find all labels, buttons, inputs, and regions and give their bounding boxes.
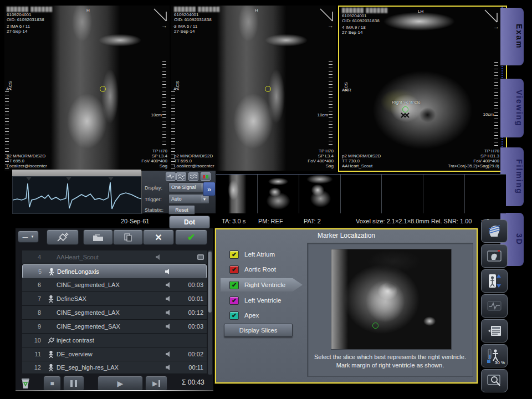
marker-left-atrium[interactable]: ✔ Left Atrium bbox=[229, 248, 275, 260]
tab-exam[interactable]: Exam bbox=[500, 8, 524, 65]
marker-checkbox-1[interactable]: ✔ bbox=[229, 265, 239, 274]
physio-signal-button[interactable] bbox=[481, 294, 508, 318]
pan-arrow-icon[interactable]: → bbox=[493, 24, 499, 29]
marker-reference-image[interactable] bbox=[331, 249, 452, 350]
sar-value: 30 % bbox=[495, 360, 505, 365]
skip-end-icon: ▶ bbox=[152, 380, 157, 387]
viewport-scout-selected[interactable]: ██████ ██████ 6109204001 OID: 6109203183… bbox=[338, 6, 507, 172]
pan-arrow-icon[interactable]: → bbox=[328, 23, 334, 28]
recycle-bin-icon bbox=[20, 377, 31, 389]
scrollbar-thumb[interactable] bbox=[208, 252, 212, 313]
row-number: 10 bbox=[22, 337, 41, 344]
protocol-row[interactable]: 9 CINE_segmented_SAX 00:03 bbox=[22, 320, 207, 334]
protocol-scrollbar[interactable] bbox=[208, 250, 212, 375]
signal-status-button[interactable] bbox=[201, 172, 211, 181]
play-button[interactable]: ▶ bbox=[98, 376, 143, 391]
study-id: 6109204001 bbox=[7, 12, 32, 17]
isocenter-marker[interactable] bbox=[100, 86, 106, 92]
marker-apex[interactable]: ✔ Apex bbox=[229, 309, 259, 321]
dialog-instructions: Select the slice which best represents t… bbox=[310, 353, 470, 370]
thumbnail-short-axis[interactable] bbox=[299, 175, 341, 213]
browse-images-button[interactable] bbox=[481, 369, 508, 392]
thumbnail-sagittal[interactable] bbox=[216, 175, 258, 213]
recycle-bin-button[interactable] bbox=[18, 376, 33, 390]
scale-label: 10cm bbox=[151, 112, 162, 117]
one-signal-icon-button[interactable] bbox=[166, 172, 176, 181]
patient-name-blurred: ██████ ██████ bbox=[342, 8, 388, 13]
copy-protocol-button[interactable] bbox=[113, 229, 143, 245]
page-copy-icon bbox=[124, 233, 132, 242]
oid: OID: 61092031838 bbox=[174, 17, 212, 22]
pause-icon bbox=[70, 380, 73, 387]
inject-contrast-button[interactable] bbox=[47, 229, 79, 245]
plane-value: Sag bbox=[160, 163, 167, 168]
scale-ruler bbox=[494, 62, 498, 148]
pat-value: PAT: 2 bbox=[304, 218, 321, 224]
orientation-bottom: A bbox=[6, 86, 9, 91]
tab-viewing[interactable]: Viewing bbox=[500, 79, 524, 137]
confirm-button[interactable]: ✔ bbox=[175, 229, 207, 245]
viewport-sagittal-1[interactable]: ██████ ██████ 6109204001 OID: 6109203183… bbox=[4, 6, 170, 171]
expand-panel-button[interactable]: » bbox=[203, 182, 216, 196]
panel-bottom-highlight bbox=[16, 390, 213, 391]
protocol-row[interactable]: 10 inject contrast bbox=[22, 334, 207, 347]
ecg-trace bbox=[13, 177, 142, 213]
display-slices-button[interactable]: Display Slices bbox=[224, 324, 293, 337]
protocol-row-selected[interactable]: 5 DefineLongaxis bbox=[22, 264, 207, 279]
mri-image-scout bbox=[339, 7, 506, 171]
marker-left-ventricle[interactable]: ✔ Left Ventricle bbox=[229, 294, 281, 306]
marker-label: Left Ventricle bbox=[244, 297, 281, 304]
marker-checkbox-3[interactable]: ✔ bbox=[229, 296, 239, 305]
speaker-icon bbox=[165, 310, 172, 315]
marker-checkbox-2[interactable]: ✔ bbox=[229, 281, 239, 289]
pan-arrow-left-icon[interactable]: → bbox=[172, 23, 178, 28]
slice-position-button[interactable] bbox=[481, 219, 508, 243]
protocol-row[interactable]: 12 DE_seg_high-res_LAX 00:11 bbox=[22, 361, 207, 374]
sp-value: SP L3.4 bbox=[318, 154, 334, 158]
cancel-button[interactable]: ✕ bbox=[143, 229, 174, 245]
protocol-row[interactable]: 6 CINE_segmented_LAX 00:03 bbox=[22, 278, 207, 292]
protocol-duration: 00:12 bbox=[181, 309, 203, 316]
protocol-row[interactable]: 11 DE_overview 00:02 bbox=[22, 347, 207, 361]
marker-aortic-root[interactable]: ✔ Aortic Root bbox=[229, 263, 276, 275]
study-id: 6109204001 bbox=[342, 13, 367, 18]
pan-arrow-icon[interactable]: → bbox=[161, 23, 167, 28]
protocol-row[interactable]: 4 AAHeart_Scout bbox=[22, 250, 207, 264]
image-params-2: TT 730.0 bbox=[342, 158, 360, 163]
right-ventricle-reference-marker bbox=[372, 323, 378, 329]
ima-counter: 4 IMA 9 / 18 bbox=[342, 25, 366, 30]
protocol-list-button[interactable] bbox=[481, 319, 508, 342]
marker-right-ventricle[interactable]: ✔ Right Ventricle bbox=[229, 279, 285, 291]
orientation-top: H bbox=[255, 8, 258, 13]
marker-checkbox-0[interactable]: ✔ bbox=[229, 250, 239, 259]
application-window: ██████ ██████ 6109204001 OID: 6109203183… bbox=[0, 0, 532, 399]
three-signal-icon-button[interactable] bbox=[188, 172, 198, 181]
stop-button[interactable]: ■ bbox=[43, 376, 61, 391]
thumbnail-coronal[interactable] bbox=[258, 175, 299, 213]
marker-label: Aortic Root bbox=[244, 266, 276, 273]
two-signal-icon-button[interactable] bbox=[176, 172, 186, 181]
dot-button[interactable]: Dot bbox=[169, 216, 210, 229]
protocol-name: CINE_segmented_SAX bbox=[57, 323, 156, 330]
patient-reposition-button[interactable] bbox=[481, 269, 508, 293]
queue-options-combo[interactable]: —▼ bbox=[18, 231, 39, 243]
instruction-line-2: Mark margin of right ventricle as shown. bbox=[310, 361, 470, 370]
reset-button[interactable]: Reset bbox=[168, 205, 195, 214]
skip-to-end-button[interactable]: ▶ bbox=[145, 376, 167, 391]
protocol-row[interactable]: 7 DefineSAX 00:01 bbox=[22, 292, 207, 306]
image-display-button[interactable] bbox=[481, 244, 508, 268]
protocol-name: AAHeart_Scout bbox=[57, 254, 146, 260]
display-screen-icon bbox=[197, 254, 204, 260]
row-number: 4 bbox=[22, 254, 41, 260]
protocol-row[interactable]: 8 CINE_segmented_LAX 00:12 bbox=[22, 306, 207, 320]
sar-level-button[interactable]: 30 % bbox=[481, 344, 508, 367]
plane-value: Sag bbox=[326, 163, 334, 168]
open-folder-button[interactable] bbox=[83, 229, 113, 245]
waveform-icon bbox=[487, 301, 502, 311]
viewport-sagittal-2[interactable]: ██████ ██████ 6109204001 OID: 6109203183… bbox=[171, 6, 336, 171]
isocenter-marker[interactable] bbox=[265, 86, 271, 92]
thumbnail-empty bbox=[423, 175, 465, 213]
pause-button[interactable] bbox=[63, 376, 84, 391]
marker-checkbox-4[interactable]: ✔ bbox=[229, 311, 239, 320]
sequence-name: AAHeart_Scout bbox=[342, 163, 372, 168]
